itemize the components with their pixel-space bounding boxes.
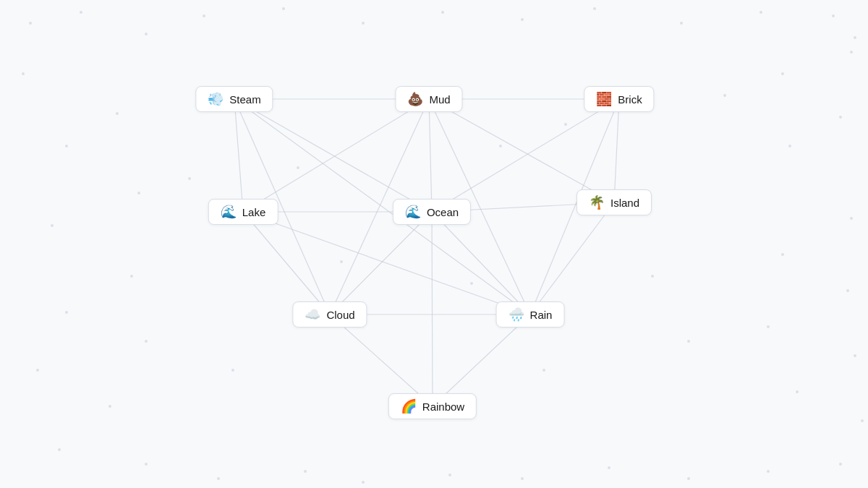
- cloud-label: Cloud: [326, 309, 354, 321]
- brick-label: Brick: [618, 93, 642, 106]
- rain-emoji: 🌧️: [509, 308, 524, 321]
- svg-line-15: [243, 212, 330, 314]
- steam-emoji: 💨: [208, 93, 224, 106]
- svg-line-8: [429, 99, 614, 202]
- steam-label: Steam: [229, 93, 260, 106]
- rainbow-label: Rainbow: [422, 401, 464, 413]
- svg-line-24: [433, 314, 530, 406]
- node-cloud[interactable]: ☁️Cloud: [292, 301, 367, 328]
- lake-emoji: 🌊: [221, 205, 237, 218]
- ocean-emoji: 🌊: [405, 205, 421, 218]
- node-rainbow[interactable]: 🌈Rainbow: [388, 393, 477, 419]
- svg-line-19: [432, 212, 530, 314]
- node-brick[interactable]: 🧱Brick: [584, 86, 654, 112]
- mud-emoji: 💩: [407, 93, 423, 106]
- svg-line-16: [243, 212, 530, 314]
- node-lake[interactable]: 🌊Lake: [208, 199, 278, 225]
- svg-line-20: [432, 212, 433, 406]
- rainbow-emoji: 🌈: [401, 400, 417, 413]
- node-rain[interactable]: 🌧️Rain: [496, 301, 565, 328]
- svg-line-21: [530, 202, 614, 314]
- node-island[interactable]: 🌴Island: [576, 189, 652, 215]
- island-label: Island: [610, 197, 639, 209]
- svg-line-7: [429, 99, 432, 212]
- cloud-emoji: ☁️: [305, 308, 320, 321]
- svg-line-18: [330, 212, 432, 314]
- svg-line-1: [234, 99, 243, 212]
- svg-line-11: [614, 99, 619, 202]
- svg-line-23: [330, 314, 433, 406]
- svg-line-6: [243, 99, 429, 212]
- rain-label: Rain: [530, 309, 553, 321]
- node-steam[interactable]: 💨Steam: [195, 86, 273, 112]
- lake-label: Lake: [242, 206, 266, 218]
- brick-emoji: 🧱: [596, 93, 612, 106]
- svg-line-2: [234, 99, 432, 212]
- mud-label: Mud: [429, 93, 450, 106]
- node-ocean[interactable]: 🌊Ocean: [393, 199, 471, 225]
- ocean-label: Ocean: [427, 206, 459, 218]
- node-mud[interactable]: 💩Mud: [395, 86, 462, 112]
- svg-line-4: [234, 99, 530, 314]
- island-emoji: 🌴: [589, 196, 605, 209]
